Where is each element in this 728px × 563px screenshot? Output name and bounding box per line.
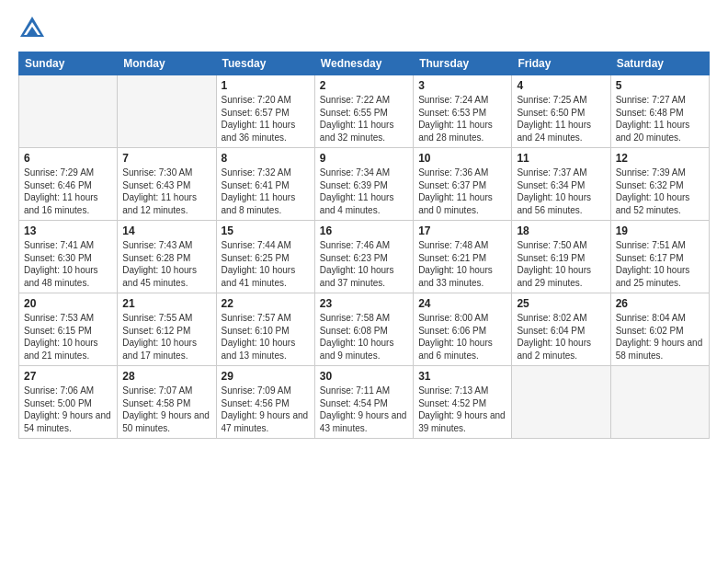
day-cell-6: 6Sunrise: 7:29 AMSunset: 6:46 PMDaylight…	[19, 148, 118, 221]
day-cell-9: 9Sunrise: 7:34 AMSunset: 6:39 PMDaylight…	[314, 148, 413, 221]
day-info: Sunrise: 7:22 AMSunset: 6:55 PMDaylight:…	[320, 94, 408, 144]
day-cell-31: 31Sunrise: 7:13 AMSunset: 4:52 PMDayligh…	[414, 366, 512, 439]
day-number: 6	[24, 152, 112, 165]
day-info: Sunrise: 7:37 AMSunset: 6:34 PMDaylight:…	[517, 167, 605, 216]
day-number: 13	[24, 224, 112, 237]
day-number: 14	[122, 224, 210, 237]
day-number: 25	[517, 297, 605, 310]
day-info: Sunrise: 7:36 AMSunset: 6:37 PMDaylight:…	[418, 167, 506, 216]
day-info: Sunrise: 7:39 AMSunset: 6:32 PMDaylight:…	[616, 167, 704, 216]
day-info: Sunrise: 7:53 AMSunset: 6:15 PMDaylight:…	[24, 312, 112, 362]
day-info: Sunrise: 7:25 AMSunset: 6:50 PMDaylight:…	[517, 94, 605, 144]
calendar-header-monday: Monday	[118, 52, 216, 75]
week-row-3: 13Sunrise: 7:41 AMSunset: 6:30 PMDayligh…	[19, 221, 710, 293]
day-cell-26: 26Sunrise: 8:04 AMSunset: 6:02 PMDayligh…	[610, 293, 709, 366]
day-info: Sunrise: 7:48 AMSunset: 6:21 PMDaylight:…	[418, 239, 506, 289]
day-number: 24	[418, 297, 506, 310]
day-info: Sunrise: 7:29 AMSunset: 6:46 PMDaylight:…	[24, 167, 112, 216]
day-info: Sunrise: 7:09 AMSunset: 4:56 PMDaylight:…	[222, 385, 310, 434]
logo	[18, 15, 50, 42]
day-number: 2	[320, 79, 408, 92]
day-number: 29	[222, 370, 310, 383]
day-number: 9	[320, 152, 408, 165]
day-cell-16: 16Sunrise: 7:46 AMSunset: 6:23 PMDayligh…	[314, 221, 413, 293]
day-number: 27	[24, 370, 112, 383]
calendar-header-friday: Friday	[512, 52, 610, 75]
day-cell-29: 29Sunrise: 7:09 AMSunset: 4:56 PMDayligh…	[216, 366, 314, 439]
day-info: Sunrise: 8:00 AMSunset: 6:06 PMDaylight:…	[418, 312, 506, 362]
day-number: 7	[122, 152, 210, 165]
day-number: 10	[418, 152, 506, 165]
day-info: Sunrise: 7:51 AMSunset: 6:17 PMDaylight:…	[616, 239, 704, 289]
calendar-table: SundayMondayTuesdayWednesdayThursdayFrid…	[18, 52, 710, 439]
day-number: 3	[418, 79, 506, 92]
day-number: 26	[616, 297, 704, 310]
day-info: Sunrise: 8:02 AMSunset: 6:04 PMDaylight:…	[517, 312, 605, 362]
day-cell-7: 7Sunrise: 7:30 AMSunset: 6:43 PMDaylight…	[118, 148, 216, 221]
day-info: Sunrise: 7:20 AMSunset: 6:57 PMDaylight:…	[222, 94, 310, 144]
day-number: 17	[418, 224, 506, 237]
day-number: 4	[517, 79, 605, 92]
day-cell-2: 2Sunrise: 7:22 AMSunset: 6:55 PMDaylight…	[314, 75, 413, 148]
week-row-2: 6Sunrise: 7:29 AMSunset: 6:46 PMDaylight…	[19, 148, 710, 221]
day-cell-18: 18Sunrise: 7:50 AMSunset: 6:19 PMDayligh…	[512, 221, 610, 293]
empty-cell	[118, 75, 216, 148]
day-cell-12: 12Sunrise: 7:39 AMSunset: 6:32 PMDayligh…	[610, 148, 709, 221]
day-number: 30	[320, 370, 408, 383]
day-cell-3: 3Sunrise: 7:24 AMSunset: 6:53 PMDaylight…	[414, 75, 512, 148]
day-info: Sunrise: 7:34 AMSunset: 6:39 PMDaylight:…	[320, 167, 408, 216]
day-info: Sunrise: 7:44 AMSunset: 6:25 PMDaylight:…	[222, 239, 310, 289]
day-cell-8: 8Sunrise: 7:32 AMSunset: 6:41 PMDaylight…	[216, 148, 314, 221]
day-number: 5	[616, 79, 704, 92]
day-info: Sunrise: 7:07 AMSunset: 4:58 PMDaylight:…	[122, 385, 210, 434]
week-row-1: 1Sunrise: 7:20 AMSunset: 6:57 PMDaylight…	[19, 75, 710, 148]
day-cell-4: 4Sunrise: 7:25 AMSunset: 6:50 PMDaylight…	[512, 75, 610, 148]
day-info: Sunrise: 7:27 AMSunset: 6:48 PMDaylight:…	[616, 94, 704, 144]
day-number: 1	[222, 79, 310, 92]
empty-cell	[512, 366, 610, 439]
day-cell-23: 23Sunrise: 7:58 AMSunset: 6:08 PMDayligh…	[314, 293, 413, 366]
day-number: 8	[222, 152, 310, 165]
day-info: Sunrise: 7:50 AMSunset: 6:19 PMDaylight:…	[517, 239, 605, 289]
day-info: Sunrise: 7:43 AMSunset: 6:28 PMDaylight:…	[122, 239, 210, 289]
day-number: 19	[616, 224, 704, 237]
day-cell-11: 11Sunrise: 7:37 AMSunset: 6:34 PMDayligh…	[512, 148, 610, 221]
day-info: Sunrise: 7:46 AMSunset: 6:23 PMDaylight:…	[320, 239, 408, 289]
day-cell-17: 17Sunrise: 7:48 AMSunset: 6:21 PMDayligh…	[414, 221, 512, 293]
day-cell-24: 24Sunrise: 8:00 AMSunset: 6:06 PMDayligh…	[414, 293, 512, 366]
day-info: Sunrise: 7:13 AMSunset: 4:52 PMDaylight:…	[418, 385, 506, 434]
day-cell-28: 28Sunrise: 7:07 AMSunset: 4:58 PMDayligh…	[118, 366, 216, 439]
empty-cell	[610, 366, 709, 439]
day-cell-21: 21Sunrise: 7:55 AMSunset: 6:12 PMDayligh…	[118, 293, 216, 366]
week-row-4: 20Sunrise: 7:53 AMSunset: 6:15 PMDayligh…	[19, 293, 710, 366]
day-cell-22: 22Sunrise: 7:57 AMSunset: 6:10 PMDayligh…	[216, 293, 314, 366]
day-number: 18	[517, 224, 605, 237]
day-number: 28	[122, 370, 210, 383]
day-cell-27: 27Sunrise: 7:06 AMSunset: 5:00 PMDayligh…	[19, 366, 118, 439]
day-info: Sunrise: 7:24 AMSunset: 6:53 PMDaylight:…	[418, 94, 506, 144]
calendar-header-sunday: Sunday	[19, 52, 118, 75]
day-number: 31	[418, 370, 506, 383]
page-header	[18, 15, 710, 42]
day-number: 20	[24, 297, 112, 310]
logo-icon	[18, 15, 46, 42]
day-cell-10: 10Sunrise: 7:36 AMSunset: 6:37 PMDayligh…	[414, 148, 512, 221]
day-cell-25: 25Sunrise: 8:02 AMSunset: 6:04 PMDayligh…	[512, 293, 610, 366]
day-info: Sunrise: 7:30 AMSunset: 6:43 PMDaylight:…	[122, 167, 210, 216]
calendar-header-thursday: Thursday	[414, 52, 512, 75]
day-info: Sunrise: 7:55 AMSunset: 6:12 PMDaylight:…	[122, 312, 210, 362]
calendar-header-row: SundayMondayTuesdayWednesdayThursdayFrid…	[19, 52, 710, 75]
calendar-header-tuesday: Tuesday	[216, 52, 314, 75]
day-info: Sunrise: 7:57 AMSunset: 6:10 PMDaylight:…	[222, 312, 310, 362]
day-info: Sunrise: 7:11 AMSunset: 4:54 PMDaylight:…	[320, 385, 408, 434]
day-cell-20: 20Sunrise: 7:53 AMSunset: 6:15 PMDayligh…	[19, 293, 118, 366]
day-cell-5: 5Sunrise: 7:27 AMSunset: 6:48 PMDaylight…	[610, 75, 709, 148]
day-info: Sunrise: 7:32 AMSunset: 6:41 PMDaylight:…	[222, 167, 310, 216]
empty-cell	[19, 75, 118, 148]
day-info: Sunrise: 8:04 AMSunset: 6:02 PMDaylight:…	[616, 312, 704, 362]
day-cell-19: 19Sunrise: 7:51 AMSunset: 6:17 PMDayligh…	[610, 221, 709, 293]
day-number: 21	[122, 297, 210, 310]
day-info: Sunrise: 7:58 AMSunset: 6:08 PMDaylight:…	[320, 312, 408, 362]
day-number: 23	[320, 297, 408, 310]
day-number: 12	[616, 152, 704, 165]
